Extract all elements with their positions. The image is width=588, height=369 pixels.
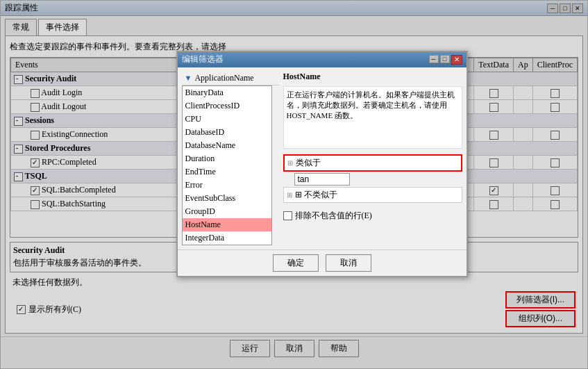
main-window: 跟踪属性 ─ □ ✕ 常规 事件选择 检查选定要跟踪的事件和事件列。要查看完整列… [0, 0, 588, 369]
filter-like-section: ⊞ 类似于 ⊞ ⊞ 不类似于 [283, 154, 462, 203]
filter-icon: ▼ [185, 74, 192, 82]
list-item-hostname[interactable]: HostName [183, 218, 271, 231]
exclude-checkbox[interactable] [283, 211, 292, 220]
like-expand-icon: ⊞ [287, 159, 293, 167]
filter-dialog-title-text: 编辑筛选器 [182, 54, 224, 65]
filter-event-list-header-label: ApplicationName [194, 73, 253, 83]
filter-event-list-panel: ▼ ApplicationName BinaryData ClientProce… [182, 72, 279, 245]
filter-options-panel: HostName 正在运行客户端的计算机名。如果客户端提供主机名，则填充此数据列… [283, 72, 462, 245]
filter-dialog-title: 编辑筛选器 ─ □ ✕ [178, 52, 467, 67]
filter-hostname-label: HostName [283, 72, 462, 82]
list-item[interactable]: EventSubClass [183, 192, 271, 205]
list-item[interactable]: Error [183, 179, 271, 192]
unlike-expand-icon: ⊞ [287, 191, 292, 199]
filter-hostname-desc: 正在运行客户端的计算机名。如果客户端提供主机名，则填充此数据列。若要确定主机名，… [283, 86, 462, 149]
filter-event-list[interactable]: BinaryData ClientProcessID CPU DatabaseI… [182, 85, 272, 245]
filter-dialog-footer: 确定 取消 [178, 249, 467, 276]
filter-event-list-header: ▼ ApplicationName [182, 72, 279, 85]
filter-like-input-row [283, 173, 462, 186]
filter-exclude-row: 排除不包含值的行(E) [283, 210, 462, 222]
list-item[interactable]: EndTime [183, 165, 271, 179]
filter-like-input[interactable] [294, 173, 350, 186]
filter-close-button[interactable]: ✕ [451, 55, 462, 65]
list-item[interactable]: ClientProcessID [183, 99, 271, 113]
list-item[interactable]: DatabaseID [183, 126, 271, 139]
list-item[interactable]: BinaryData [183, 86, 271, 99]
filter-dialog: 编辑筛选器 ─ □ ✕ ▼ ApplicationName BinaryData [176, 51, 468, 277]
filter-exclude-label: 排除不包含值的行(E) [295, 210, 372, 222]
list-item[interactable]: GroupID [183, 205, 271, 218]
filter-like-label: 类似于 [296, 157, 321, 169]
modal-overlay: 编辑筛选器 ─ □ ✕ ▼ ApplicationName BinaryData [1, 1, 587, 368]
filter-cancel-button[interactable]: 取消 [326, 254, 371, 272]
list-item[interactable]: Duration [183, 152, 271, 165]
filter-maximize-button[interactable]: □ [440, 55, 450, 63]
list-item[interactable]: IntegerData [183, 231, 271, 245]
filter-unlike-header[interactable]: ⊞ ⊞ 不类似于 [283, 187, 462, 203]
list-item[interactable]: CPU [183, 113, 271, 126]
filter-like-header[interactable]: ⊞ 类似于 [283, 154, 462, 172]
filter-dialog-controls: ─ □ ✕ [429, 55, 462, 65]
filter-minimize-button[interactable]: ─ [429, 55, 439, 63]
list-item[interactable]: DatabaseName [183, 139, 271, 152]
filter-unlike-label: ⊞ 不类似于 [295, 189, 337, 201]
filter-confirm-button[interactable]: 确定 [273, 254, 319, 272]
filter-dialog-body: ▼ ApplicationName BinaryData ClientProce… [178, 67, 467, 249]
